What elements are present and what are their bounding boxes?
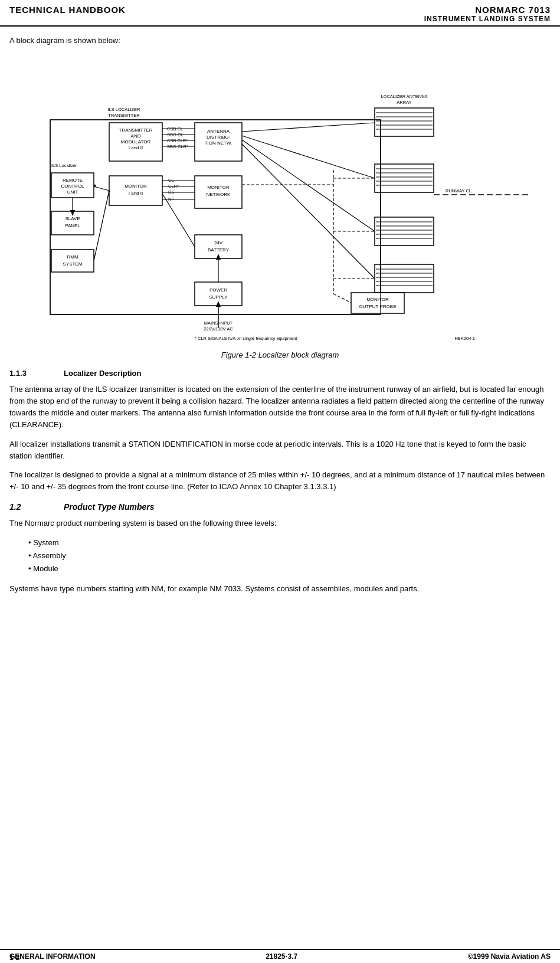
svg-rect-72: [351, 293, 404, 313]
svg-text:NETWORK: NETWORK: [206, 192, 231, 197]
svg-text:HBK204-1: HBK204-1: [454, 336, 475, 341]
svg-line-75: [333, 294, 351, 303]
svg-line-50: [242, 144, 375, 279]
svg-text:ARRAY: ARRAY: [397, 100, 411, 105]
svg-text:MODULATOR: MODULATOR: [120, 139, 150, 145]
header-product-title: NORMARC 7013: [424, 5, 551, 15]
svg-text:ANTENNA: ANTENNA: [207, 129, 230, 134]
svg-text:BATTERY: BATTERY: [207, 247, 229, 253]
svg-rect-2: [375, 108, 434, 136]
svg-text:CONTROL: CONTROL: [61, 184, 84, 189]
svg-text:REMOTE: REMOTE: [62, 178, 82, 183]
svg-text:ILS LOCALIZER: ILS LOCALIZER: [107, 107, 140, 112]
page-header: TECHNICAL HANDBOOK NORMARC 7013 INSTRUME…: [0, 0, 560, 27]
svg-rect-14: [375, 217, 434, 245]
block-diagram: LOCALIZER ANTENNA ARRAY: [9, 52, 551, 347]
svg-rect-98: [51, 250, 94, 272]
svg-text:MONITOR: MONITOR: [125, 184, 147, 189]
diagram-svg: LOCALIZER ANTENNA ARRAY: [15, 52, 546, 347]
svg-line-49: [242, 140, 375, 231]
header-right: NORMARC 7013 INSTRUMENT LANDING SYSTEM: [424, 5, 551, 23]
svg-text:LOCALIZER ANTENNA: LOCALIZER ANTENNA: [381, 94, 427, 99]
svg-line-79: [162, 194, 195, 247]
section-113-heading: 1.1.3 Localizer Description: [9, 369, 551, 378]
svg-text:RMM: RMM: [67, 254, 78, 260]
svg-text:24V: 24V: [214, 240, 222, 245]
svg-text:* CLR SIGNALS N/A on single-fr: * CLR SIGNALS N/A on single-frequency eq…: [195, 336, 297, 341]
svg-text:ILS Localizer: ILS Localizer: [51, 163, 77, 168]
para-2: All localizer installations transmit a S…: [9, 438, 551, 462]
para-3: The localizer is designed to provide a s…: [9, 469, 551, 493]
svg-text:AND: AND: [130, 133, 140, 139]
page-number: 1-2: [9, 954, 19, 963]
svg-text:TRANSMITTER: TRANSMITTER: [108, 113, 140, 118]
svg-text:OUTPUT PROBE: OUTPUT PROBE: [359, 304, 396, 309]
section-12-title: Product Type Numbers: [64, 502, 155, 512]
bullet-list: System Assembly Module: [28, 536, 551, 575]
header-left-title: TECHNICAL HANDBOOK: [9, 5, 126, 15]
footer-copyright: ©1999 Navia Aviation AS: [468, 952, 551, 961]
page-footer: GENERAL INFORMATION 21825-3.7 ©1999 Navi…: [0, 949, 560, 963]
figure-caption: Figure 1-2 Localizer block diagram: [9, 351, 551, 359]
svg-rect-8: [375, 164, 434, 192]
svg-line-47: [242, 123, 375, 132]
section-113-title: Localizer Description: [64, 369, 141, 378]
svg-line-91: [94, 186, 109, 191]
svg-text:UNIT: UNIT: [67, 189, 78, 195]
bullet-assembly: Assembly: [28, 549, 551, 562]
svg-text:MONITOR: MONITOR: [207, 185, 230, 190]
svg-text:MONITOR: MONITOR: [366, 297, 389, 302]
svg-text:SLAVE: SLAVE: [65, 216, 80, 221]
para-5: Systems have type numbers starting with …: [9, 583, 551, 595]
svg-line-101: [94, 191, 109, 261]
svg-text:TRANSMITTER: TRANSMITTER: [119, 127, 152, 133]
footer-doc-number: 21825-3.7: [266, 952, 297, 961]
svg-text:POWER: POWER: [209, 287, 227, 293]
page-content: A block diagram is shown below: LOCALIZE…: [0, 27, 560, 637]
svg-text:SUPPLY: SUPPLY: [209, 294, 228, 300]
section-12-heading: 1.2 Product Type Numbers: [9, 502, 551, 512]
svg-text:RUNWAY CL.: RUNWAY CL.: [446, 188, 473, 194]
section-12-num: 1.2: [9, 502, 45, 512]
svg-line-48: [242, 136, 375, 178]
svg-text:I and II: I and II: [128, 145, 142, 150]
svg-text:PANEL: PANEL: [65, 223, 80, 228]
svg-text:SYSTEM: SYSTEM: [63, 261, 82, 267]
bullet-module: Module: [28, 562, 551, 575]
section-113-num: 1.1.3: [9, 369, 45, 378]
para-4: The Normarc product numbering system is …: [9, 517, 551, 529]
svg-text:I and II: I and II: [128, 191, 142, 196]
bullet-system: System: [28, 536, 551, 549]
intro-text: A block diagram is shown below:: [9, 36, 551, 45]
svg-rect-20: [375, 264, 434, 293]
footer-section: GENERAL INFORMATION: [9, 952, 96, 961]
para-1: The antenna array of the ILS localizer t…: [9, 384, 551, 431]
svg-text:DISTRIBU-: DISTRIBU-: [207, 135, 230, 140]
header-product-subtitle: INSTRUMENT LANDING SYSTEM: [424, 15, 551, 23]
svg-text:TION NETW.: TION NETW.: [204, 140, 232, 146]
